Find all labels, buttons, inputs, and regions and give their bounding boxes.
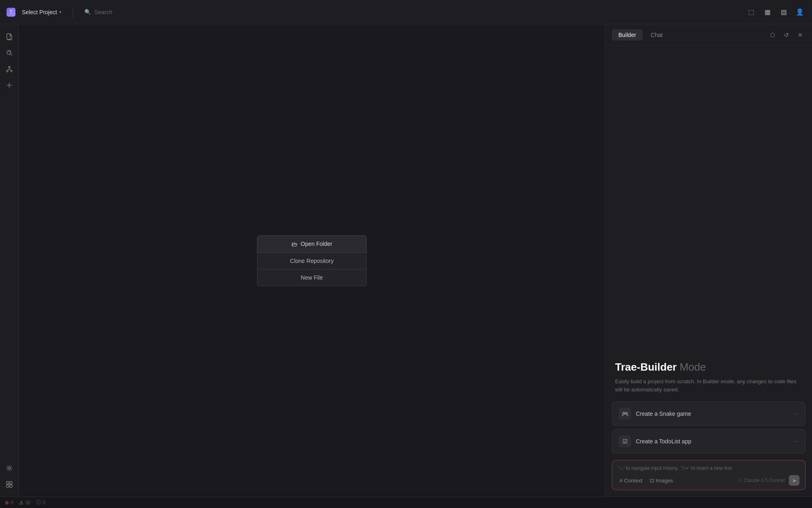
svg-rect-13 [6, 485, 9, 487]
main-layout: 🗁 Open Folder Clone Repository New File … [0, 24, 812, 497]
images-label: Images [656, 478, 673, 484]
chat-input-row: # Context ⊡ Images ◇ Claude-3.5-Sonnet [618, 475, 799, 486]
todolist-label: Create a TodoList app [636, 438, 788, 445]
sidebar-item-files[interactable] [2, 29, 17, 44]
svg-point-5 [9, 85, 10, 86]
chat-actions-right: ◇ Claude-3.5-Sonnet ➤ [738, 475, 799, 486]
open-folder-label: Open Folder [301, 241, 333, 247]
layout-icon-2[interactable]: ▦ [762, 7, 773, 18]
topbar-left: T Select Project ▾ 🔍 Search [6, 7, 116, 18]
clone-repository-button[interactable]: Clone Repository [257, 253, 367, 269]
suggestion-card-snake[interactable]: 🎮 Create a Snake game → [612, 402, 806, 426]
svg-rect-12 [10, 482, 12, 484]
status-info: ⓘ 0 [36, 499, 45, 506]
statusbar: ⊗ 0 ⚠ 30 ⓘ 0 [0, 497, 812, 508]
topbar-divider [73, 7, 73, 18]
layout-icon-1[interactable]: ⬚ [745, 7, 757, 18]
sidebar-item-settings[interactable] [2, 461, 17, 475]
tab-chat[interactable]: Chat [644, 29, 669, 41]
project-selector[interactable]: Select Project ▾ [19, 7, 65, 17]
topbar: T Select Project ▾ 🔍 Search ⬚ ▦ ▧ 👤 [0, 0, 812, 24]
error-icon: ⊗ [5, 500, 9, 506]
sidebar-item-search[interactable] [2, 46, 17, 60]
snake-game-arrow-icon: → [793, 410, 799, 417]
builder-description: Easily build a project from scratch. In … [615, 378, 802, 393]
search-icon: 🔍 [84, 9, 91, 15]
folder-icon: 🗁 [292, 241, 298, 247]
warning-count: 30 [25, 500, 30, 506]
images-button[interactable]: ⊡ Images [648, 477, 675, 484]
status-errors: ⊗ 0 [5, 500, 13, 506]
todolist-arrow-icon: → [793, 438, 799, 445]
warning-icon: ⚠ [19, 500, 24, 506]
panel-header: Builder Chat ⬡ ↺ ✕ [605, 24, 812, 46]
user-icon[interactable]: 👤 [794, 7, 806, 18]
editor-area: 🗁 Open Folder Clone Repository New File [19, 24, 605, 497]
app-icon: T [6, 8, 15, 17]
center-panel: 🗁 Open Folder Clone Repository New File [257, 235, 367, 286]
new-file-label: New File [301, 274, 323, 281]
hash-icon: # [620, 478, 622, 484]
panel-spacer-top [605, 46, 812, 350]
chat-input-area: '↑↓' to navigate input history, '⇧↵' to … [612, 460, 806, 490]
svg-rect-0 [7, 34, 10, 39]
sidebar-item-apps[interactable] [2, 477, 17, 492]
info-icon: ⓘ [36, 499, 41, 506]
project-selector-label: Select Project [22, 9, 57, 15]
svg-point-3 [6, 70, 8, 72]
builder-title: Trae-Builder Mode [615, 361, 802, 373]
new-file-button[interactable]: New File [257, 269, 367, 286]
snake-game-label: Create a Snake game [636, 410, 788, 417]
svg-point-2 [9, 66, 10, 68]
status-warnings: ⚠ 30 [19, 500, 30, 506]
search-label: Search [94, 9, 112, 15]
panel-tabs: Builder Chat [612, 29, 669, 41]
search-area[interactable]: 🔍 Search [81, 7, 115, 17]
info-count: 0 [43, 500, 45, 506]
images-icon: ⊡ [650, 478, 654, 484]
context-button[interactable]: # Context [618, 477, 644, 484]
right-panel: Builder Chat ⬡ ↺ ✕ Trae-Builder Mode Eas… [605, 24, 812, 497]
context-label: Context [624, 478, 642, 484]
model-label: ◇ Claude-3.5-Sonnet [738, 478, 785, 483]
svg-point-10 [8, 467, 10, 469]
panel-header-actions: ⬡ ↺ ✕ [767, 30, 806, 40]
layout-icon-3[interactable]: ▧ [778, 7, 789, 18]
chat-actions-left: # Context ⊡ Images [618, 477, 734, 484]
claude-icon: ◇ [738, 478, 741, 483]
open-folder-button[interactable]: 🗁 Open Folder [257, 235, 367, 253]
sidebar [0, 24, 19, 497]
chat-hint: '↑↓' to navigate input history, '⇧↵' to … [618, 465, 799, 471]
sidebar-item-git[interactable] [2, 62, 17, 76]
panel-content: Trae-Builder Mode Easily build a project… [605, 46, 812, 497]
svg-point-4 [11, 70, 12, 72]
builder-intro: Trae-Builder Mode Easily build a project… [605, 350, 812, 402]
send-button[interactable]: ➤ [789, 475, 799, 486]
svg-rect-11 [6, 482, 9, 484]
suggestion-cards: 🎮 Create a Snake game → ☑ Create a TodoL… [605, 402, 812, 460]
error-count: 0 [11, 500, 13, 506]
panel-close-icon[interactable]: ✕ [795, 30, 806, 40]
tab-builder[interactable]: Builder [612, 29, 643, 41]
svg-rect-14 [10, 485, 12, 487]
todolist-icon: ☑ [619, 435, 631, 447]
topbar-right: ⬚ ▦ ▧ 👤 [745, 7, 806, 18]
clone-repo-label: Clone Repository [290, 258, 333, 264]
snake-game-icon: 🎮 [619, 408, 631, 420]
chevron-down-icon: ▾ [59, 10, 61, 14]
suggestion-card-todolist[interactable]: ☑ Create a TodoList app → [612, 429, 806, 454]
sidebar-item-extensions[interactable] [2, 78, 17, 93]
panel-history-icon[interactable]: ↺ [781, 30, 792, 40]
panel-export-icon[interactable]: ⬡ [767, 30, 778, 40]
